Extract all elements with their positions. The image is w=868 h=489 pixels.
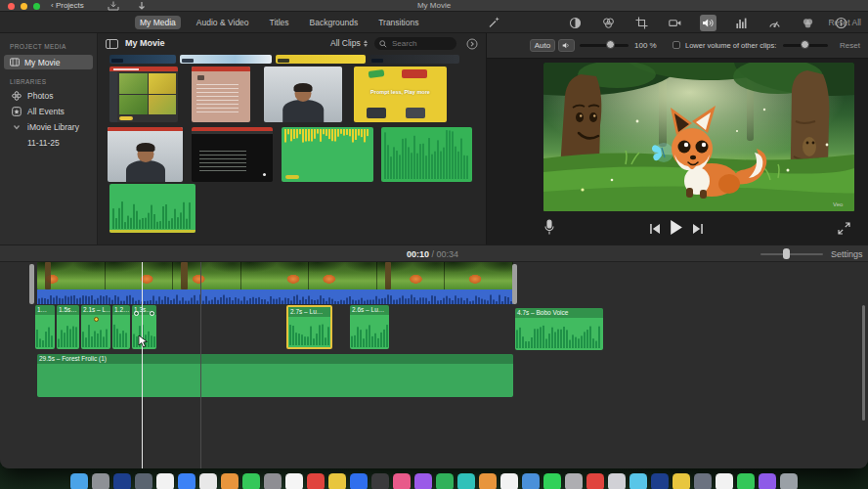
volume-slider[interactable] <box>580 44 629 47</box>
dock-app-icon-19[interactable] <box>457 473 475 489</box>
media-thumbnail-sliver-dark[interactable] <box>369 55 459 64</box>
dock-app-icon-25[interactable] <box>586 473 604 489</box>
dock-app-icon-22[interactable] <box>522 473 540 489</box>
playhead[interactable] <box>142 262 143 468</box>
stabilization-icon[interactable] <box>667 15 683 31</box>
tab-audio-video[interactable]: Audio & Video <box>192 16 254 29</box>
dock-app-icon-5[interactable] <box>156 473 174 489</box>
timeline-music-clip[interactable]: 29.5s – Forest Frolic (1) <box>37 354 513 397</box>
timeline-audio-clip[interactable]: 1.5s… <box>57 305 79 349</box>
media-thumbnail-sliver-yellow[interactable] <box>276 55 366 64</box>
dock-app-icon-6[interactable] <box>178 473 195 489</box>
tab-my-media[interactable]: My Media <box>135 16 181 29</box>
timeline-audio-clip[interactable]: 2.1s – L… <box>81 305 110 349</box>
dock-app-icon-32[interactable] <box>737 473 755 489</box>
dock-app-icon-1[interactable] <box>70 473 88 489</box>
timeline-scrollbar[interactable] <box>862 305 865 421</box>
enhance-wand-icon[interactable] <box>488 16 500 28</box>
timeline-zoom-knob[interactable] <box>783 248 790 259</box>
color-correction-icon[interactable] <box>600 15 617 31</box>
timeline-audio-clip[interactable]: 2.7s – Lu… <box>286 305 332 349</box>
media-thumbnail-man2[interactable] <box>108 127 183 182</box>
media-thumbnail-wave-top[interactable] <box>282 127 373 182</box>
fullscreen-icon[interactable] <box>838 222 850 235</box>
sidebar-item-11-11-25[interactable]: 11-11-25 <box>0 135 97 151</box>
media-thumbnail-man[interactable] <box>264 67 342 122</box>
dock-app-icon-11[interactable] <box>285 473 303 489</box>
sidebar-item-my-movie[interactable]: My Movie <box>4 55 93 69</box>
skip-forward-icon[interactable] <box>692 223 704 235</box>
tab-titles[interactable]: Titles <box>265 16 294 29</box>
dock-app-icon-17[interactable] <box>414 473 432 489</box>
lower-volume-slider-knob[interactable] <box>801 40 809 49</box>
timeline-audio-clip[interactable]: 2.6s – Lu… <box>350 305 389 349</box>
dock-app-icon-7[interactable] <box>199 473 217 489</box>
dock-app-icon-34[interactable] <box>780 473 798 489</box>
skip-back-icon[interactable] <box>649 223 661 235</box>
media-thumbnail-terminal[interactable] <box>192 127 273 182</box>
mute-button[interactable] <box>558 39 575 52</box>
dock-app-icon-15[interactable] <box>371 473 389 489</box>
crop-icon[interactable] <box>633 15 650 31</box>
play-button[interactable] <box>668 219 684 236</box>
dock-app-icon-12[interactable] <box>307 473 325 489</box>
fade-handle[interactable] <box>134 311 139 316</box>
media-thumbnail-wave-bottom[interactable] <box>109 184 195 233</box>
dock-app-icon-13[interactable] <box>328 473 346 489</box>
timeline-audio-clip[interactable]: 1… <box>35 305 55 349</box>
noise-reduction-icon[interactable] <box>733 15 750 31</box>
sidebar-item-all-events[interactable]: All Events <box>0 104 97 119</box>
dock-app-icon-16[interactable] <box>393 473 411 489</box>
dock-app-icon-29[interactable] <box>673 473 690 489</box>
timeline-zoom-slider[interactable] <box>760 253 823 255</box>
reset-button[interactable]: Reset <box>840 41 860 50</box>
settings-button[interactable]: Settings <box>831 249 863 259</box>
media-thumbnail-wave-full[interactable] <box>381 127 472 182</box>
dock-app-icon-8[interactable] <box>221 473 239 489</box>
collapse-browser-icon[interactable] <box>466 38 478 50</box>
dock-app-icon-23[interactable] <box>543 473 561 489</box>
lower-volume-checkbox[interactable] <box>673 41 680 49</box>
dock-app-icon-26[interactable] <box>608 473 626 489</box>
sidebar-item-photos[interactable]: Photos <box>0 88 97 104</box>
dock-app-icon-33[interactable] <box>759 473 776 489</box>
dock-app-icon-18[interactable] <box>436 473 454 489</box>
dock-app-icon-9[interactable] <box>242 473 260 489</box>
dock-app-icon-2[interactable] <box>92 473 109 489</box>
dock-app-icon-3[interactable] <box>113 473 131 489</box>
reset-all-button[interactable]: Reset All <box>828 18 861 27</box>
dock-app-icon-28[interactable] <box>651 473 669 489</box>
media-thumbnail-sliver-navy[interactable] <box>109 55 176 64</box>
voiceover-mic-icon[interactable] <box>543 219 555 236</box>
dock-app-icon-21[interactable] <box>500 473 518 489</box>
dock-app-icon-27[interactable] <box>629 473 647 489</box>
fade-handle[interactable] <box>150 311 154 316</box>
timeline-audio-clip[interactable]: 1.2… <box>112 305 130 349</box>
dock-app-icon-31[interactable] <box>716 473 733 489</box>
auto-volume-button[interactable]: Auto <box>530 39 555 52</box>
color-balance-icon[interactable] <box>567 15 584 31</box>
clip-filter-dropdown[interactable]: All Clips <box>330 38 368 48</box>
dock-app-icon-20[interactable] <box>479 473 497 489</box>
media-thumbnail-sliver-sky[interactable] <box>180 55 272 64</box>
search-field[interactable] <box>374 37 456 50</box>
volume-icon[interactable] <box>700 15 716 31</box>
dock-app-icon-4[interactable] <box>135 473 152 489</box>
tab-backgrounds[interactable]: Backgrounds <box>305 16 364 29</box>
dock-app-icon-14[interactable] <box>350 473 368 489</box>
speed-icon[interactable] <box>766 15 783 31</box>
sidebar-toggle-icon[interactable] <box>106 39 118 49</box>
media-thumbnail-promo[interactable]: Prompt less, Play more <box>354 67 447 122</box>
volume-slider-knob[interactable] <box>606 40 615 49</box>
media-thumbnail-fox-collage[interactable] <box>109 67 178 122</box>
dock-app-icon-10[interactable] <box>264 473 282 489</box>
volume-dot[interactable] <box>94 317 99 322</box>
dock-app-icon-30[interactable] <box>694 473 712 489</box>
search-input[interactable] <box>390 38 452 49</box>
tab-transitions[interactable]: Transitions <box>373 16 423 29</box>
sidebar-item-imovie-library[interactable]: iMovie Library <box>0 119 97 135</box>
timeline-audio-clip[interactable]: 4.7s – Bobo Voice <box>515 308 603 350</box>
effects-icon[interactable] <box>800 15 816 31</box>
media-thumbnail-doc[interactable] <box>192 67 250 122</box>
dock-app-icon-24[interactable] <box>565 473 583 489</box>
